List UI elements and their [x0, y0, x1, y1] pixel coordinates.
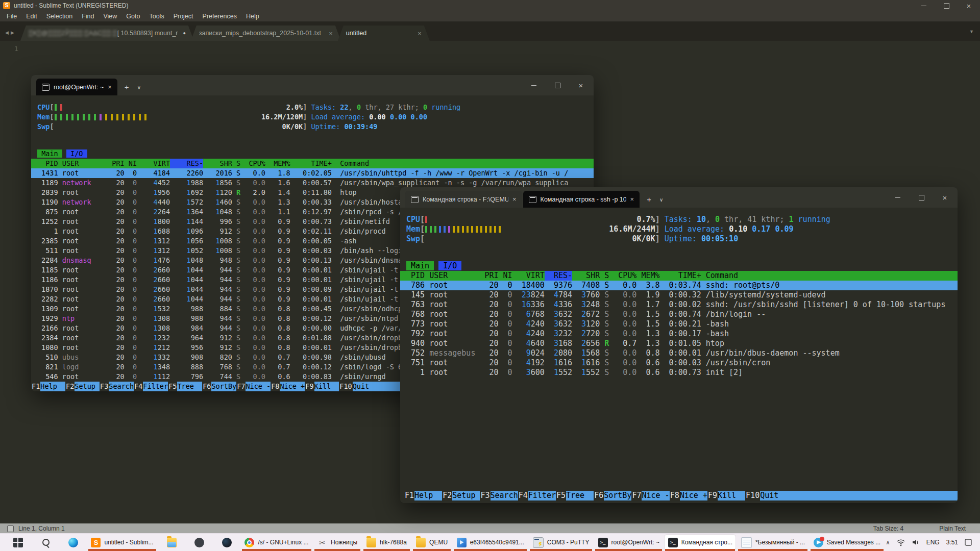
new-tab-button[interactable]: + [647, 195, 651, 204]
taskbar-item-sublime-untitled-sublim[interactable]: untitled - Sublim... [88, 535, 157, 550]
htop-tab-io[interactable]: I/O [66, 149, 87, 158]
taskbar-item-steam[interactable] [214, 535, 239, 550]
close-icon[interactable]: × [630, 195, 634, 203]
fkey-label[interactable]: SortBy [604, 491, 631, 500]
column-header-pid[interactable]: PID [406, 271, 425, 281]
column-header-user[interactable]: USER [58, 159, 108, 168]
process-row[interactable]: 1189network200445219881856S0.01.60:00.57… [31, 178, 594, 188]
fkey-label[interactable]: Help [40, 382, 65, 391]
fkey-label[interactable]: SortBy [211, 382, 236, 391]
column-header-pid[interactable]: PID [37, 159, 58, 168]
new-tab-button[interactable]: + [125, 83, 129, 91]
column-header-virt[interactable]: VIRT [137, 159, 170, 168]
fkey-f5[interactable]: F5 [556, 491, 566, 500]
column-header-command[interactable]: Command [701, 271, 958, 281]
column-header-time[interactable]: TIME+ [660, 271, 701, 281]
volume-icon[interactable] [912, 539, 920, 546]
fkey-label[interactable]: Filter [143, 382, 168, 391]
fkey-f6[interactable]: F6 [594, 491, 604, 500]
column-header-cpu[interactable]: CPU% [240, 159, 265, 168]
menu-find[interactable]: Find [77, 13, 99, 20]
fkey-label[interactable]: Filter [528, 491, 556, 500]
process-row[interactable]: 786root2001840093767408S0.03.80:03.74ssh… [400, 281, 958, 290]
fkey-label[interactable]: Nice - [246, 382, 271, 391]
close-icon[interactable]: × [512, 195, 517, 203]
fkey-label[interactable]: Tree [566, 491, 594, 500]
process-row[interactable]: 1431root200418422602016S0.01.80:02.05/us… [31, 168, 594, 178]
menu-goto[interactable]: Goto [121, 13, 144, 20]
terminal-tab[interactable]: Командная строка - ssh -p 10× [523, 191, 640, 208]
vintage-mode-icon[interactable] [7, 525, 14, 532]
process-row[interactable]: 1root200360015521552S0.00.60:00.73init [… [400, 368, 958, 378]
clock[interactable]: 3:51 [946, 539, 958, 546]
fkey-f5[interactable]: F5 [168, 382, 177, 391]
fkey-label[interactable]: Search [109, 382, 134, 391]
htop-tab-main[interactable]: Main [406, 261, 434, 270]
column-header-cpu[interactable]: CPU% [609, 271, 636, 281]
fkey-f8[interactable]: F8 [670, 491, 680, 500]
menu-project[interactable]: Project [169, 13, 198, 20]
close-icon[interactable]: × [413, 30, 422, 37]
fkey-f8[interactable]: F8 [271, 382, 280, 391]
htop-tab-main[interactable]: Main [37, 149, 62, 158]
tray-overflow-chevron-icon[interactable]: ∧ [886, 539, 890, 546]
column-header-time[interactable]: TIME+ [290, 159, 332, 168]
fkey-label[interactable]: Kill [718, 491, 745, 500]
fkey-label[interactable]: Nice + [280, 382, 305, 391]
column-header-mem[interactable]: MEM% [265, 159, 290, 168]
fkey-label[interactable]: Help [414, 491, 442, 500]
column-header-virt[interactable]: VIRT [512, 271, 545, 281]
column-header-s[interactable]: S [232, 159, 240, 168]
fkey-f2[interactable]: F2 [442, 491, 452, 500]
taskbar-item-start[interactable] [5, 535, 31, 550]
editor-tab[interactable]: ▒К▒@▒▒▒2Ў▒▒▒:▒АΔС▒▒:▒[ 10.580893] mount_… [20, 26, 194, 41]
column-header-mem[interactable]: MEM% [636, 271, 659, 281]
editor-tab[interactable]: untitled× [338, 26, 430, 41]
fkey-label[interactable]: Search [491, 491, 518, 500]
taskbar-item-explorer[interactable] [159, 535, 184, 550]
htop-tab-io[interactable]: I/O [438, 261, 461, 270]
column-header-pri[interactable]: PRI [480, 271, 498, 281]
taskbar-item-folder-hlk-7688a[interactable]: hlk-7688a [363, 535, 410, 550]
maximize-button[interactable] [935, 0, 958, 11]
column-header-s[interactable]: S [600, 271, 609, 281]
close-icon[interactable]: × [108, 83, 112, 91]
close-button[interactable] [933, 187, 957, 208]
fkey-label[interactable]: Nice - [642, 491, 669, 500]
minimize-button[interactable] [886, 187, 910, 208]
close-button[interactable] [569, 75, 593, 95]
column-header-shr[interactable]: SHR [572, 271, 600, 281]
tab-size-indicator[interactable]: Tab Size: 4 [873, 525, 903, 532]
column-header-user[interactable]: USER [425, 271, 480, 281]
tab-scroll-arrows-icon[interactable]: ◀▶ [5, 30, 16, 35]
notification-center-icon[interactable] [965, 539, 972, 546]
fkey-f7[interactable]: F7 [236, 382, 246, 391]
terminal-content[interactable]: CPU[0.7%]Tasks: 10, 0 thr, 41 kthr; 1 ru… [400, 208, 958, 503]
tab-dropdown-chevron-icon[interactable]: ∨ [137, 85, 141, 90]
fkey-f3[interactable]: F3 [480, 491, 490, 500]
fkey-f10[interactable]: F10 [745, 491, 760, 500]
taskbar-item-putty-com3-putty[interactable]: COM3 - PuTTY [529, 535, 593, 550]
process-row[interactable]: 768root200676836322672S0.01.50:00.74/bin… [400, 310, 958, 319]
fkey-f4[interactable]: F4 [518, 491, 528, 500]
process-row[interactable]: 763root2001633643363248S0.01.70:00.02ssh… [400, 300, 958, 310]
fkey-label[interactable]: Setup [75, 382, 100, 391]
minimize-button[interactable] [913, 0, 935, 11]
menu-preferences[interactable]: Preferences [198, 13, 241, 20]
taskbar-item-cmd-root-openwrt[interactable]: root@OpenWrt: ~ [595, 535, 663, 550]
column-header-res[interactable]: RES- [170, 159, 203, 168]
fkey-f1[interactable]: F1 [31, 382, 40, 391]
fkey-label[interactable]: Quit [760, 491, 958, 500]
column-header-ni[interactable]: NI [125, 159, 137, 168]
fkey-f7[interactable]: F7 [631, 491, 642, 500]
taskbar-item-folder-qemu[interactable]: QEMU [412, 535, 451, 550]
taskbar-item-edge[interactable] [60, 535, 86, 550]
syntax-indicator[interactable]: Plain Text [939, 525, 966, 532]
terminal-tab[interactable]: root@OpenWrt: ~× [36, 79, 117, 95]
taskbar-item-chrome-s-gnu-linux[interactable]: /s/ - GNU+Linux ... [241, 535, 312, 550]
fkey-f9[interactable]: F9 [305, 382, 314, 391]
maximize-button[interactable] [910, 187, 933, 208]
fkey-label[interactable]: Setup [452, 491, 480, 500]
column-header-shr[interactable]: SHR [203, 159, 232, 168]
menu-tools[interactable]: Tools [144, 13, 168, 20]
